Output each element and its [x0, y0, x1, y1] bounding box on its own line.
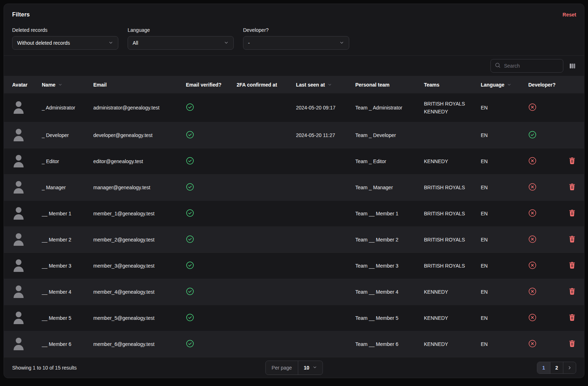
toggle-columns-button[interactable]	[569, 63, 576, 69]
x-circle-icon	[528, 183, 537, 191]
column-label: Language	[481, 82, 504, 88]
trash-icon	[569, 288, 575, 295]
cell-2fa-confirmed-at	[232, 279, 292, 305]
results-summary: Showing 1 to 10 of 15 results	[12, 365, 77, 371]
team-name: BRITISH ROYALS	[424, 210, 472, 218]
chevron-down-icon	[224, 40, 229, 46]
search-input[interactable]	[504, 63, 559, 69]
filters-section: Filters Reset Deleted records Without de…	[4, 4, 584, 55]
cell-avatar	[4, 122, 38, 148]
cell-name: __ Member 3	[38, 253, 89, 279]
cell-language: EN	[476, 122, 524, 148]
x-circle-icon	[528, 313, 537, 322]
cell-2fa-confirmed-at	[232, 93, 292, 122]
cell-language: EN	[476, 174, 524, 200]
user-avatar-icon	[12, 310, 25, 325]
cell-teams: KENNEDY	[420, 279, 476, 305]
table-row: __ Member 5member_5@genealogy.testTeam _…	[4, 305, 584, 331]
trash-icon	[569, 184, 575, 190]
filters-title: Filters	[12, 11, 30, 18]
delete-row-button[interactable]	[569, 236, 575, 244]
table-footer: Showing 1 to 10 of 15 results Per page 1…	[4, 357, 584, 378]
cell-name: __ Member 4	[38, 279, 89, 305]
cell-name: __ Member 1	[38, 200, 89, 226]
cell-last-seen-at	[292, 200, 351, 226]
filter-language: Language All	[128, 27, 234, 50]
table-row: __ Member 1member_1@genealogy.testTeam _…	[4, 200, 584, 226]
chevron-down-icon	[312, 365, 317, 371]
pagination-page-2[interactable]: 2	[550, 362, 563, 373]
cell-2fa-confirmed-at	[232, 174, 292, 200]
view-columns-icon	[569, 63, 576, 69]
filter-label: Deleted records	[12, 27, 118, 33]
cell-personal-team: Team _ Manager	[351, 174, 420, 200]
cell-email-verified	[182, 331, 232, 357]
cell-name: _ Developer	[38, 122, 89, 148]
cell-personal-team: Team _ Developer	[351, 122, 420, 148]
cell-language: EN	[476, 200, 524, 226]
cell-email-verified	[182, 148, 232, 174]
cell-avatar	[4, 331, 38, 357]
column-header-last-seen-at[interactable]: Last seen at	[292, 76, 351, 93]
cell-teams: BRITISH ROYALS	[420, 226, 476, 253]
cell-email-verified	[182, 226, 232, 253]
filter-deleted-records: Deleted records Without deleted records	[12, 27, 118, 50]
cell-email-verified	[182, 93, 232, 122]
trash-icon	[569, 340, 575, 347]
column-header-email: Email	[89, 76, 182, 93]
cell-email-verified	[182, 279, 232, 305]
cell-name: _ Manager	[38, 174, 89, 200]
cell-email-verified	[182, 200, 232, 226]
users-table: AvatarNameEmailEmail verified?2FA confir…	[4, 76, 584, 357]
team-name: KENNEDY	[424, 288, 472, 296]
delete-row-button[interactable]	[569, 157, 575, 165]
table-row: _ Editoreditor@genealogy.testTeam _ Edit…	[4, 148, 584, 174]
cell-personal-team: Team __ Member 2	[351, 226, 420, 253]
column-header-language[interactable]: Language	[476, 76, 524, 93]
column-header-teams: Teams	[420, 76, 476, 93]
table-row: _ Managermanager@genealogy.testTeam _ Ma…	[4, 174, 584, 200]
cell-email: member_2@genealogy.test	[89, 226, 182, 253]
cell-actions	[560, 279, 584, 305]
pagination-page-1[interactable]: 1	[537, 362, 550, 373]
cell-2fa-confirmed-at	[232, 331, 292, 357]
team-name: KENNEDY	[424, 108, 472, 116]
cell-developer	[524, 331, 560, 357]
cell-language: EN	[476, 305, 524, 331]
reset-filters-button[interactable]: Reset	[563, 12, 576, 18]
cell-actions	[560, 200, 584, 226]
per-page-select[interactable]: Per page 10	[265, 361, 323, 375]
delete-row-button[interactable]	[569, 314, 575, 322]
select-value: -	[248, 40, 250, 46]
cell-actions	[560, 122, 584, 148]
trash-icon	[569, 262, 575, 269]
team-name: BRITISH ROYALS	[424, 100, 472, 108]
column-header-name[interactable]: Name	[38, 76, 89, 93]
select-value: Without deleted records	[17, 40, 70, 46]
check-circle-icon	[186, 131, 194, 139]
cell-last-seen-at	[292, 226, 351, 253]
pagination-next-button[interactable]	[563, 362, 576, 373]
cell-teams	[420, 122, 476, 148]
cell-teams: KENNEDY	[420, 331, 476, 357]
cell-last-seen-at	[292, 279, 351, 305]
cell-name: __ Member 2	[38, 226, 89, 253]
cell-actions	[560, 253, 584, 279]
deleted-records-select[interactable]: Without deleted records	[12, 36, 118, 50]
cell-2fa-confirmed-at	[232, 226, 292, 253]
delete-row-button[interactable]	[569, 184, 575, 191]
language-select[interactable]: All	[128, 36, 234, 50]
chevron-down-icon	[339, 40, 344, 46]
delete-row-button[interactable]	[569, 340, 575, 348]
delete-row-button[interactable]	[569, 210, 575, 218]
team-name: BRITISH ROYALS	[424, 262, 472, 270]
cell-actions	[560, 331, 584, 357]
search-field[interactable]	[490, 59, 563, 73]
column-label: Email verified?	[186, 82, 222, 88]
cell-language: EN	[476, 253, 524, 279]
table-body: _ Administratoradministrator@genealogy.t…	[4, 93, 584, 357]
delete-row-button[interactable]	[569, 262, 575, 270]
delete-row-button[interactable]	[569, 288, 575, 296]
developer-select[interactable]: -	[243, 36, 349, 50]
cell-avatar	[4, 279, 38, 305]
